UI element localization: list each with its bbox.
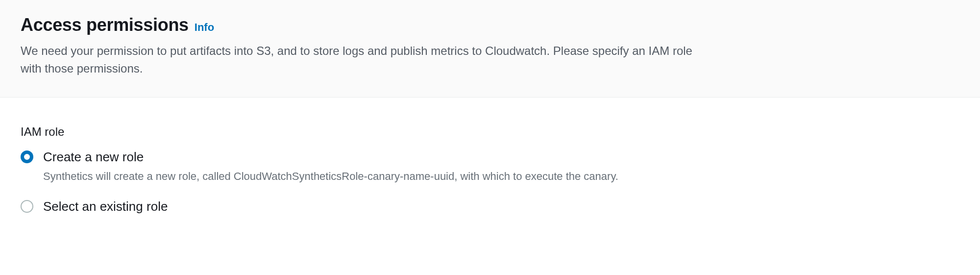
info-link[interactable]: Info — [195, 21, 214, 34]
panel-description: We need your permission to put artifacts… — [21, 42, 716, 77]
radio-description: Synthetics will create a new role, calle… — [43, 169, 618, 184]
access-permissions-header: Access permissions Info We need your per… — [0, 0, 980, 98]
radio-button-icon — [21, 150, 33, 163]
radio-label: Select an existing role — [43, 198, 168, 215]
iam-role-label: IAM role — [21, 125, 959, 139]
radio-content: Create a new role Synthetics will create… — [43, 149, 618, 184]
radio-option-create-new-role[interactable]: Create a new role Synthetics will create… — [21, 149, 959, 184]
radio-label: Create a new role — [43, 149, 618, 166]
iam-role-radio-group: Create a new role Synthetics will create… — [21, 149, 959, 215]
radio-option-select-existing-role[interactable]: Select an existing role — [21, 198, 959, 215]
radio-button-icon — [21, 200, 33, 213]
panel-title: Access permissions — [21, 15, 189, 35]
access-permissions-body: IAM role Create a new role Synthetics wi… — [0, 98, 980, 230]
radio-content: Select an existing role — [43, 198, 168, 215]
panel-title-row: Access permissions Info — [21, 15, 959, 35]
